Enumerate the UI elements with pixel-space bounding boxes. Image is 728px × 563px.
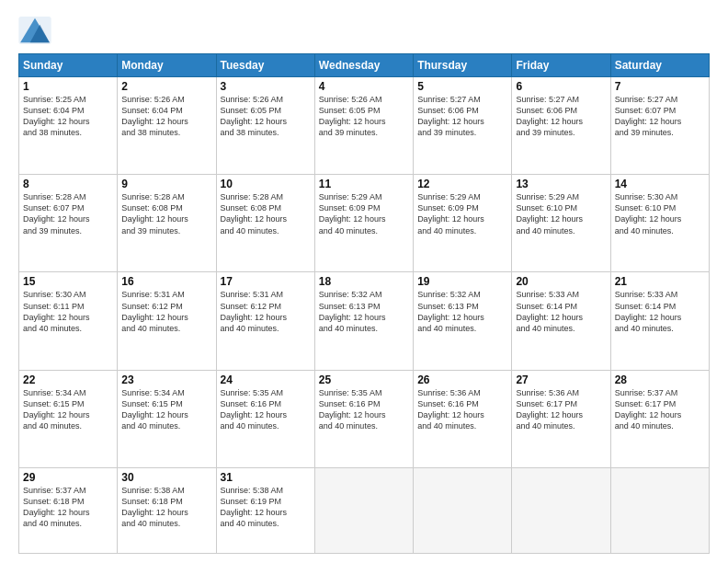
calendar-day-cell: 23Sunrise: 5:34 AMSunset: 6:15 PMDayligh… — [118, 370, 216, 467]
day-info: Sunrise: 5:31 AMSunset: 6:12 PMDaylight:… — [121, 289, 211, 334]
day-info: Sunrise: 5:26 AMSunset: 6:05 PMDaylight:… — [221, 94, 311, 139]
day-info: Sunrise: 5:26 AMSunset: 6:04 PMDaylight:… — [121, 94, 211, 139]
day-number: 30 — [121, 471, 211, 484]
day-number: 20 — [516, 275, 606, 288]
day-number: 14 — [615, 178, 705, 190]
day-info: Sunrise: 5:29 AMSunset: 6:10 PMDaylight:… — [516, 191, 606, 236]
day-info: Sunrise: 5:34 AMSunset: 6:15 PMDaylight:… — [23, 387, 113, 432]
calendar-day-header: Friday — [512, 54, 610, 77]
calendar-week-row: 29Sunrise: 5:37 AMSunset: 6:18 PMDayligh… — [19, 467, 710, 553]
day-info: Sunrise: 5:25 AMSunset: 6:04 PMDaylight:… — [23, 94, 113, 139]
day-number: 17 — [221, 275, 311, 288]
calendar-day-cell: 22Sunrise: 5:34 AMSunset: 6:15 PMDayligh… — [19, 370, 118, 467]
day-number: 31 — [221, 471, 311, 484]
calendar-day-header: Monday — [118, 54, 216, 77]
day-number: 22 — [23, 373, 113, 386]
day-number: 12 — [417, 178, 507, 190]
calendar-day-cell: 19Sunrise: 5:32 AMSunset: 6:13 PMDayligh… — [414, 272, 512, 370]
calendar-day-cell: 24Sunrise: 5:35 AMSunset: 6:16 PMDayligh… — [216, 370, 314, 467]
day-number: 9 — [121, 178, 211, 190]
day-number: 11 — [319, 178, 409, 190]
calendar-day-cell: 31Sunrise: 5:38 AMSunset: 6:19 PMDayligh… — [216, 467, 314, 553]
day-number: 29 — [23, 471, 113, 484]
calendar-day-cell: 3Sunrise: 5:26 AMSunset: 6:05 PMDaylight… — [216, 77, 314, 175]
day-number: 27 — [516, 373, 606, 386]
day-number: 26 — [417, 373, 507, 386]
calendar-day-cell: 12Sunrise: 5:29 AMSunset: 6:09 PMDayligh… — [414, 175, 512, 272]
day-number: 10 — [221, 178, 311, 190]
calendar-day-cell: 15Sunrise: 5:30 AMSunset: 6:11 PMDayligh… — [19, 272, 118, 370]
calendar-day-cell: 10Sunrise: 5:28 AMSunset: 6:08 PMDayligh… — [216, 175, 314, 272]
day-info: Sunrise: 5:33 AMSunset: 6:14 PMDaylight:… — [615, 289, 705, 334]
day-info: Sunrise: 5:37 AMSunset: 6:18 PMDaylight:… — [23, 485, 113, 530]
day-number: 1 — [23, 80, 113, 93]
calendar-day-cell: 2Sunrise: 5:26 AMSunset: 6:04 PMDaylight… — [118, 77, 216, 175]
calendar-day-cell: 4Sunrise: 5:26 AMSunset: 6:05 PMDaylight… — [314, 77, 413, 175]
calendar-week-row: 1Sunrise: 5:25 AMSunset: 6:04 PMDaylight… — [19, 77, 710, 175]
day-number: 2 — [121, 80, 211, 93]
calendar-day-cell: 5Sunrise: 5:27 AMSunset: 6:06 PMDaylight… — [414, 77, 512, 175]
calendar-day-cell: 11Sunrise: 5:29 AMSunset: 6:09 PMDayligh… — [314, 175, 413, 272]
day-info: Sunrise: 5:31 AMSunset: 6:12 PMDaylight:… — [221, 289, 311, 334]
page: SundayMondayTuesdayWednesdayThursdayFrid… — [0, 0, 728, 563]
calendar-day-cell: 28Sunrise: 5:37 AMSunset: 6:17 PMDayligh… — [610, 370, 709, 467]
calendar-day-header: Tuesday — [216, 54, 314, 77]
day-info: Sunrise: 5:28 AMSunset: 6:08 PMDaylight:… — [221, 191, 311, 236]
calendar-day-cell: 29Sunrise: 5:37 AMSunset: 6:18 PMDayligh… — [19, 467, 118, 553]
day-number: 5 — [417, 80, 507, 93]
day-info: Sunrise: 5:32 AMSunset: 6:13 PMDaylight:… — [319, 289, 409, 334]
day-info: Sunrise: 5:36 AMSunset: 6:16 PMDaylight:… — [417, 387, 507, 432]
calendar-day-cell — [512, 467, 610, 553]
calendar-day-cell: 18Sunrise: 5:32 AMSunset: 6:13 PMDayligh… — [314, 272, 413, 370]
calendar: SundayMondayTuesdayWednesdayThursdayFrid… — [18, 53, 710, 554]
calendar-week-row: 22Sunrise: 5:34 AMSunset: 6:15 PMDayligh… — [19, 370, 710, 467]
day-number: 8 — [23, 178, 113, 190]
calendar-day-cell: 30Sunrise: 5:38 AMSunset: 6:18 PMDayligh… — [118, 467, 216, 553]
calendar-week-row: 8Sunrise: 5:28 AMSunset: 6:07 PMDaylight… — [19, 175, 710, 272]
day-info: Sunrise: 5:28 AMSunset: 6:08 PMDaylight:… — [121, 191, 211, 236]
calendar-day-cell: 6Sunrise: 5:27 AMSunset: 6:06 PMDaylight… — [512, 77, 610, 175]
day-info: Sunrise: 5:29 AMSunset: 6:09 PMDaylight:… — [417, 191, 507, 236]
day-number: 4 — [319, 80, 409, 93]
day-info: Sunrise: 5:29 AMSunset: 6:09 PMDaylight:… — [319, 191, 409, 236]
calendar-week-row: 15Sunrise: 5:30 AMSunset: 6:11 PMDayligh… — [19, 272, 710, 370]
day-info: Sunrise: 5:38 AMSunset: 6:18 PMDaylight:… — [121, 485, 211, 530]
day-info: Sunrise: 5:37 AMSunset: 6:17 PMDaylight:… — [615, 387, 705, 432]
day-number: 13 — [516, 178, 606, 190]
calendar-day-cell: 7Sunrise: 5:27 AMSunset: 6:07 PMDaylight… — [610, 77, 709, 175]
day-info: Sunrise: 5:35 AMSunset: 6:16 PMDaylight:… — [319, 387, 409, 432]
calendar-day-cell: 20Sunrise: 5:33 AMSunset: 6:14 PMDayligh… — [512, 272, 610, 370]
day-info: Sunrise: 5:33 AMSunset: 6:14 PMDaylight:… — [516, 289, 606, 334]
calendar-day-header: Wednesday — [314, 54, 413, 77]
day-info: Sunrise: 5:30 AMSunset: 6:10 PMDaylight:… — [615, 191, 705, 236]
calendar-day-cell — [314, 467, 413, 553]
day-number: 25 — [319, 373, 409, 386]
calendar-header-row: SundayMondayTuesdayWednesdayThursdayFrid… — [19, 54, 710, 77]
calendar-day-cell: 27Sunrise: 5:36 AMSunset: 6:17 PMDayligh… — [512, 370, 610, 467]
day-info: Sunrise: 5:30 AMSunset: 6:11 PMDaylight:… — [23, 289, 113, 334]
day-info: Sunrise: 5:35 AMSunset: 6:16 PMDaylight:… — [221, 387, 311, 432]
logo-icon — [18, 17, 51, 44]
day-info: Sunrise: 5:34 AMSunset: 6:15 PMDaylight:… — [121, 387, 211, 432]
day-info: Sunrise: 5:38 AMSunset: 6:19 PMDaylight:… — [221, 485, 311, 530]
day-number: 18 — [319, 275, 409, 288]
calendar-day-cell: 13Sunrise: 5:29 AMSunset: 6:10 PMDayligh… — [512, 175, 610, 272]
day-number: 6 — [516, 80, 606, 93]
day-number: 7 — [615, 80, 705, 93]
day-info: Sunrise: 5:27 AMSunset: 6:06 PMDaylight:… — [417, 94, 507, 139]
day-info: Sunrise: 5:36 AMSunset: 6:17 PMDaylight:… — [516, 387, 606, 432]
header — [18, 17, 710, 44]
calendar-day-cell: 14Sunrise: 5:30 AMSunset: 6:10 PMDayligh… — [610, 175, 709, 272]
day-info: Sunrise: 5:32 AMSunset: 6:13 PMDaylight:… — [417, 289, 507, 334]
calendar-day-cell — [610, 467, 709, 553]
calendar-day-header: Thursday — [414, 54, 512, 77]
calendar-day-cell: 16Sunrise: 5:31 AMSunset: 6:12 PMDayligh… — [118, 272, 216, 370]
day-number: 28 — [615, 373, 705, 386]
day-number: 15 — [23, 275, 113, 288]
day-number: 21 — [615, 275, 705, 288]
day-number: 3 — [221, 80, 311, 93]
calendar-day-cell: 9Sunrise: 5:28 AMSunset: 6:08 PMDaylight… — [118, 175, 216, 272]
calendar-day-cell: 8Sunrise: 5:28 AMSunset: 6:07 PMDaylight… — [19, 175, 118, 272]
calendar-day-cell: 21Sunrise: 5:33 AMSunset: 6:14 PMDayligh… — [610, 272, 709, 370]
calendar-day-cell: 17Sunrise: 5:31 AMSunset: 6:12 PMDayligh… — [216, 272, 314, 370]
